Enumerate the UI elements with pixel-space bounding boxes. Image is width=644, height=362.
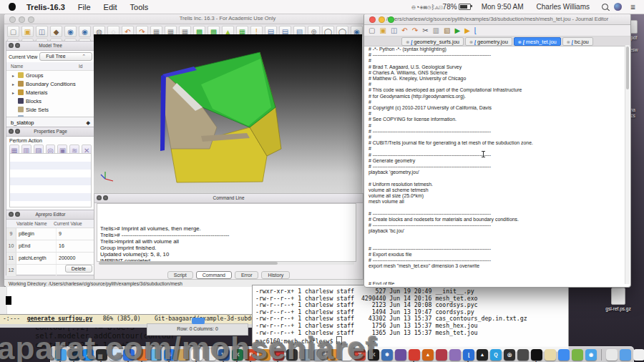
battery-icon[interactable] [459, 4, 471, 10]
selected-entity-row[interactable]: b_slabtop ◆ [6, 117, 94, 127]
journal-toolbar-icon[interactable]: ▥ [433, 26, 439, 35]
close-icon[interactable] [369, 16, 376, 23]
dock-app-icon[interactable]: S• [164, 349, 175, 361]
dock-app-icon[interactable] [150, 349, 162, 361]
journal-toolbar-icon[interactable]: ↷ [412, 26, 418, 35]
properties-list[interactable] [9, 153, 92, 207]
model-tree-header[interactable]: Model Tree [6, 41, 94, 51]
menu-edit[interactable]: Edit [97, 3, 124, 11]
aprepro-header[interactable]: Aprepro Editor [6, 210, 94, 220]
dock-app-icon[interactable]: X• [232, 349, 243, 361]
dock-app-icon[interactable]: • [137, 349, 148, 361]
focus-chip[interactable] [192, 318, 205, 324]
dock-app-icon[interactable] [449, 349, 461, 361]
dock-app-icon[interactable] [205, 349, 216, 361]
toolbar-icon[interactable]: ◉ [64, 26, 77, 37]
dock-app-icon[interactable] [395, 349, 406, 361]
minimize-icon[interactable] [19, 16, 25, 23]
journal-text-area[interactable]: # -*- Python -*- (syntax highlighting)# … [364, 44, 625, 285]
dock-app-icon[interactable] [300, 349, 311, 361]
journal-toolbar-icon[interactable]: ▣ [379, 26, 386, 35]
journal-toolbar-icon[interactable]: ɭ [474, 26, 476, 35]
dock-app-icon[interactable]: ɭ• [463, 349, 474, 361]
dock-app-icon[interactable]: X [354, 349, 366, 361]
dock-app-icon[interactable]: • [96, 349, 107, 361]
dock-app-icon[interactable] [517, 349, 529, 361]
window-controls[interactable] [9, 16, 34, 23]
dock-app-icon[interactable]: W• [218, 349, 230, 361]
toolbar-icon[interactable]: ▣ [21, 26, 34, 37]
expand-arrow-icon[interactable]: ▸ [12, 82, 16, 87]
tab-command[interactable]: Command [196, 271, 232, 279]
apple-menu-icon[interactable] [9, 3, 16, 11]
zoom-icon[interactable] [388, 16, 394, 23]
dock-app-icon[interactable] [341, 349, 352, 361]
aprepro-row[interactable]: 10 pEnd 16 [6, 240, 94, 253]
aprepro-row[interactable]: 9 pBegin 9 [6, 228, 94, 240]
dock-app-icon[interactable]: P• [245, 349, 257, 361]
current-view-select[interactable]: Full Tree ⌃ [39, 52, 92, 61]
dock-app-icon[interactable] [109, 349, 121, 361]
dock-app-icon[interactable]: ❄ [381, 349, 393, 361]
minimize-icon[interactable] [379, 16, 385, 23]
toolbar-icon[interactable]: ▢ [7, 26, 19, 37]
dock-folder-icon[interactable] [633, 349, 644, 361]
command-output[interactable]: Trelis># Imprint all volumes, then merge… [97, 203, 356, 262]
menu-app-name[interactable]: Trelis-16.3 [20, 3, 72, 11]
tree-item[interactable]: ▸ Groups [6, 71, 94, 79]
menubar-user[interactable]: Charles Williams [530, 3, 596, 11]
dock-folder-icon[interactable] [620, 349, 631, 361]
toolbar-icon[interactable]: ◆ [50, 26, 62, 37]
dock-app-icon[interactable] [572, 349, 583, 361]
expand-arrow-icon[interactable]: ▸ [12, 73, 16, 78]
dock-app-icon[interactable] [436, 349, 447, 361]
tree-item[interactable]: ▸ Materials [6, 88, 94, 97]
panel-buttons[interactable] [9, 43, 20, 48]
emacs-window[interactable]: contour = self.extender.contours[15] con… [0, 287, 253, 328]
dock-app-icon[interactable] [313, 349, 325, 361]
terminal-prompt-line[interactable]: mac6160:mesh charlesw$ [253, 336, 568, 346]
dock-app-icon[interactable]: • [531, 349, 542, 361]
tab-script[interactable]: Script [167, 271, 193, 279]
dock-app-icon[interactable]: A [82, 349, 94, 361]
dock-app-icon[interactable]: ◎ [504, 349, 515, 361]
h-scrollbar[interactable] [99, 262, 354, 265]
tree-item[interactable]: Blocks [6, 97, 94, 105]
tree-item[interactable]: Side Sets [6, 105, 94, 114]
command-line-header[interactable]: Command Line [94, 194, 363, 203]
dock-app-icon[interactable]: ◉• [123, 349, 135, 361]
dock-app-icon[interactable] [259, 349, 270, 361]
dock-app-icon[interactable]: ◉ [585, 349, 597, 361]
dock-app-icon[interactable]: • [409, 349, 420, 361]
graphics-viewport[interactable] [94, 34, 362, 193]
journal-toolbar-icon[interactable]: ▢ [369, 26, 375, 35]
journal-toolbar-icon[interactable]: ▶ [464, 26, 470, 35]
tree-item[interactable]: ▸ Boundary Conditions [6, 79, 94, 88]
menubar-clock[interactable]: Mon 9:50 AM [475, 3, 530, 11]
tab-error[interactable]: Error [235, 271, 259, 279]
dock-app-icon[interactable]: X [368, 349, 379, 361]
journal-toolbar-icon[interactable]: ▧ [444, 26, 450, 35]
terminal-window[interactable]: -rwxr-xr-x+ 1 charlesw staff 527 Jun 19 … [252, 285, 569, 352]
journal-toolbar-icon[interactable]: ▶ [454, 26, 460, 35]
dock-app-icon[interactable] [327, 349, 338, 361]
close-icon[interactable] [9, 16, 16, 23]
dock-app-icon[interactable]: ▲ [477, 349, 488, 361]
menu-file[interactable]: File [72, 3, 97, 11]
desktop-icon[interactable]: gsl-ref.ps.gz [598, 288, 638, 311]
toolbar-icon[interactable]: ◉ [79, 26, 91, 37]
dock-app-icon[interactable]: • [69, 349, 80, 361]
properties-header[interactable]: Properties Page [6, 127, 94, 137]
dock-app-icon[interactable] [286, 349, 298, 361]
zoom-icon[interactable] [28, 16, 34, 23]
dock-app-icon[interactable]: • [55, 349, 67, 361]
dock-app-icon[interactable]: 16• [191, 349, 203, 361]
journal-toolbar-icon[interactable]: ◫ [391, 26, 397, 35]
journal-titlebar[interactable]: /Users/charlesw/cig/source/pylith/exampl… [364, 14, 630, 25]
journal-scrollbar[interactable] [625, 45, 630, 284]
delete-button[interactable]: Delete [65, 265, 92, 273]
tab-history[interactable]: History [261, 271, 290, 279]
menu-tools[interactable]: Tools [124, 3, 155, 11]
toolbar-icon[interactable]: ◫ [36, 26, 48, 37]
notification-center-icon[interactable]: ≣ [628, 4, 638, 11]
